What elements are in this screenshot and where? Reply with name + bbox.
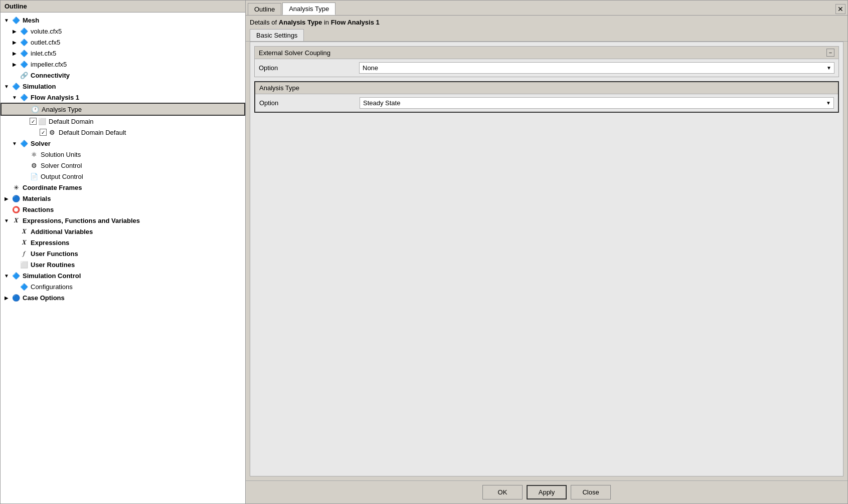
expand-flow-analysis[interactable]: ▼ (11, 93, 19, 101)
outlet-label: outlet.cfx5 (31, 39, 60, 46)
tree-item-flow-analysis[interactable]: ▼ 🔷 Flow Analysis 1 (1, 92, 245, 103)
basic-settings-tab[interactable]: Basic Settings (250, 29, 304, 41)
right-panel: Outline Analysis Type ✕ Details of Analy… (246, 0, 848, 504)
user-functions-label: User Functions (31, 250, 78, 258)
tree-item-user-routines[interactable]: ▶ ⬜ User Routines (1, 259, 245, 270)
option-row-1: Option None ANSYS Multi-field FLUENT ▼ (255, 59, 838, 77)
mesh-label: Mesh (23, 17, 39, 24)
inlet-label: inlet.cfx5 (31, 50, 56, 57)
expand-materials[interactable]: ▶ (3, 194, 11, 202)
outline-tab-label: Outline (254, 6, 275, 13)
configurations-label: Configurations (31, 283, 73, 291)
ext-solver-title: External Solver Coupling (259, 49, 330, 57)
tree-item-coord-frames[interactable]: ▶ ✳ Coordinate Frames (1, 182, 245, 193)
tree-item-case-options[interactable]: ▶ 🔵 Case Options (1, 292, 245, 303)
option-label-2: Option (259, 99, 360, 107)
solution-units-label: Solution Units (41, 151, 81, 158)
outline-header: Outline (1, 1, 245, 13)
tree-item-additional-vars[interactable]: ▶ 𝑿 Additional Variables (1, 226, 245, 237)
reactions-label: Reactions (23, 206, 54, 213)
collapse-symbol: − (829, 50, 832, 56)
analysis-type-label: Analysis Type (42, 106, 82, 113)
domain-icon: ⬜ (38, 117, 47, 126)
boundary-icon: ⚙ (48, 128, 57, 137)
collapse-ext-solver[interactable]: − (826, 49, 834, 57)
case-options-icon: 🔵 (12, 293, 21, 302)
connectivity-label: Connectivity (31, 72, 70, 79)
left-panel: Outline ▼ 🔷 Mesh ▶ 🔷 volute.cfx5 ▶ 🔷 out… (0, 0, 246, 504)
tree-item-solver[interactable]: ▼ 🔷 Solver (1, 138, 245, 149)
ok-button[interactable]: OK (482, 485, 523, 499)
tree-item-materials[interactable]: ▶ 🔵 Materials (1, 193, 245, 204)
tree-container: ▼ 🔷 Mesh ▶ 🔷 volute.cfx5 ▶ 🔷 outlet.cfx5… (1, 13, 245, 503)
tree-item-volute[interactable]: ▶ 🔷 volute.cfx5 (1, 26, 245, 37)
expand-inlet[interactable]: ▶ (11, 49, 19, 57)
tab-bar: Outline Analysis Type ✕ (246, 1, 847, 16)
close-button[interactable]: Close (571, 485, 611, 499)
basic-settings-tab-label: Basic Settings (256, 32, 297, 39)
user-routines-icon: ⬜ (20, 260, 29, 269)
main-container: Outline ▼ 🔷 Mesh ▶ 🔷 volute.cfx5 ▶ 🔷 out… (0, 0, 848, 504)
tree-item-simulation[interactable]: ▼ 🔷 Simulation (1, 81, 245, 92)
tree-item-mesh[interactable]: ▼ 🔷 Mesh (1, 15, 245, 26)
outline-tab[interactable]: Outline (248, 3, 281, 15)
ddd-checkbox[interactable]: ✓ (40, 129, 47, 136)
impeller-label: impeller.cfx5 (31, 61, 67, 68)
analysis-type-tab[interactable]: Analysis Type (282, 3, 335, 15)
tree-item-expressions[interactable]: ▼ 𝑿 Expressions, Functions and Variables (1, 215, 245, 226)
volute-label: volute.cfx5 (31, 28, 62, 35)
expressions-label: Expressions, Functions and Variables (23, 217, 140, 224)
inlet-icon: 🔷 (20, 49, 29, 58)
flow-analysis-icon: 🔷 (20, 93, 29, 102)
materials-label: Materials (23, 195, 51, 202)
units-icon: ⚛ (30, 150, 39, 159)
output-control-icon: 📄 (30, 172, 39, 181)
default-domain-label: Default Domain (49, 118, 94, 125)
tree-item-solver-control[interactable]: ▶ ⚙ Solver Control (1, 160, 245, 171)
default-domain-default-label: Default Domain Default (59, 129, 126, 136)
tree-item-impeller[interactable]: ▶ 🔷 impeller.cfx5 (1, 59, 245, 70)
expand-outlet[interactable]: ▶ (11, 38, 19, 46)
materials-icon: 🔵 (12, 194, 21, 203)
tree-item-connectivity[interactable]: ▶ 🔗 Connectivity (1, 70, 245, 81)
domain-checkbox[interactable]: ✓ (30, 118, 37, 125)
analysis-type-section-title: Analysis Type (259, 84, 299, 92)
solver-icon: 🔷 (20, 139, 29, 148)
tree-item-reactions[interactable]: ▶ ⭕ Reactions (1, 204, 245, 215)
analysis-type-tab-label: Analysis Type (289, 5, 329, 13)
expand-solver[interactable]: ▼ (11, 139, 19, 147)
option-select-1[interactable]: None ANSYS Multi-field FLUENT (359, 62, 834, 74)
tree-item-analysis-type[interactable]: ▶ 🕐 Analysis Type (1, 103, 245, 116)
solver-label: Solver (31, 140, 51, 147)
tree-item-output-control[interactable]: ▶ 📄 Output Control (1, 171, 245, 182)
tree-item-default-domain-default[interactable]: ▶ ✓ ⚙ Default Domain Default (1, 127, 245, 138)
tree-item-configurations[interactable]: ▶ 🔷 Configurations (1, 281, 245, 292)
panel-close-button[interactable]: ✕ (835, 4, 845, 14)
additional-vars-label: Additional Variables (31, 228, 93, 235)
option-select-2[interactable]: Steady State Transient (360, 97, 834, 109)
configurations-icon: 🔷 (20, 282, 29, 291)
tree-item-default-domain[interactable]: ▶ ✓ ⬜ Default Domain (1, 116, 245, 127)
expressions-item-label: Expressions (31, 239, 69, 246)
clock-icon: 🕐 (31, 105, 40, 114)
option-label-1: Option (259, 64, 359, 72)
expand-expressions[interactable]: ▼ (3, 216, 11, 224)
expand-mesh[interactable]: ▼ (3, 16, 11, 24)
tree-item-outlet[interactable]: ▶ 🔷 outlet.cfx5 (1, 37, 245, 48)
tree-item-user-functions[interactable]: ▶ 𝑓 User Functions (1, 248, 245, 259)
simulation-label: Simulation (23, 83, 56, 90)
tree-item-expressions-item[interactable]: ▶ 𝑿 Expressions (1, 237, 245, 248)
button-bar: OK Apply Close (246, 480, 847, 503)
expand-impeller[interactable]: ▶ (11, 60, 19, 68)
option-value-1: None ANSYS Multi-field FLUENT ▼ (359, 62, 834, 74)
tree-item-sim-control[interactable]: ▼ 🔷 Simulation Control (1, 270, 245, 281)
expand-sim-control[interactable]: ▼ (3, 272, 11, 280)
apply-button[interactable]: Apply (527, 485, 567, 499)
expand-simulation[interactable]: ▼ (3, 82, 11, 90)
user-functions-icon: 𝑓 (20, 249, 29, 258)
external-solver-coupling-header: External Solver Coupling − (255, 47, 838, 59)
tree-item-inlet[interactable]: ▶ 🔷 inlet.cfx5 (1, 48, 245, 59)
tree-item-solution-units[interactable]: ▶ ⚛ Solution Units (1, 149, 245, 160)
expand-volute[interactable]: ▶ (11, 27, 19, 35)
expand-case-options[interactable]: ▶ (3, 294, 11, 302)
